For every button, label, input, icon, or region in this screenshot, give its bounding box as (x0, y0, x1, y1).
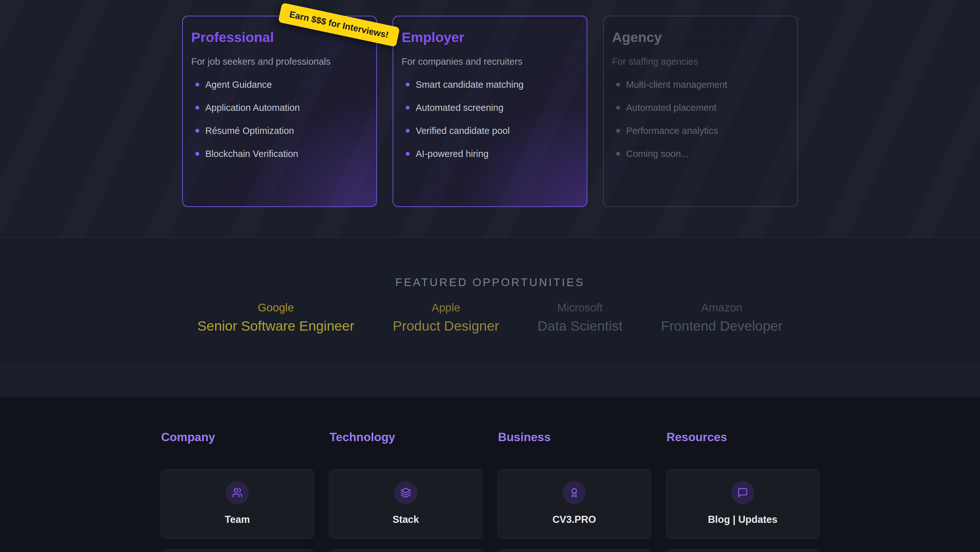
job-company: Amazon (661, 301, 783, 314)
job-role: Senior Software Engineer (197, 318, 354, 334)
plan-subtitle: For companies and recruiters (402, 56, 577, 67)
users-icon (226, 481, 249, 504)
award-icon (563, 481, 586, 504)
bullet-dot-icon (196, 129, 199, 132)
footer-card-label: Stack (393, 514, 419, 525)
footer-heading-technology: Technology (329, 431, 483, 444)
plan-feature: Multi-client management (616, 80, 788, 89)
plan-feature-label: AI-powered hiring (416, 148, 488, 159)
footer-heading-resources: Resources (667, 431, 819, 444)
featured-job-microsoft[interactable]: Microsoft Data Scientist (538, 301, 622, 334)
plan-card-employer[interactable]: Employer For companies and recruiters Sm… (393, 16, 587, 207)
plan-feature: Smart candidate matching (406, 80, 577, 89)
footer-card-stack[interactable]: Stack (329, 469, 483, 539)
job-company: Microsoft (538, 301, 622, 314)
footer-card-cv3pro[interactable]: CV3.PRO (497, 469, 651, 539)
plan-title: Employer (402, 29, 577, 45)
bullet-dot-icon (196, 83, 199, 86)
bullet-dot-icon (406, 152, 410, 156)
featured-job-apple[interactable]: Apple Product Designer (393, 301, 499, 334)
plan-card-professional[interactable]: Professional For job seekers and profess… (182, 16, 377, 207)
plan-feature: Agent Guidance (196, 80, 367, 89)
layers-icon (394, 481, 417, 504)
plan-feature: Application Automation (196, 103, 367, 112)
plan-feature: Automated placement (616, 103, 788, 112)
featured-opportunities-section: FEATURED OPPORTUNITIES Google Senior Sof… (0, 238, 980, 367)
bullet-dot-icon (406, 129, 410, 132)
plan-feature: Automated screening (406, 103, 577, 112)
message-square-icon (731, 481, 754, 504)
footer-grid: Company Technology Business Resources Te… (161, 431, 819, 552)
job-company: Apple (393, 301, 499, 314)
plan-feature-label: Performance analytics (626, 126, 718, 136)
plan-feature: Coming soon... (616, 149, 788, 159)
bullet-dot-icon (196, 106, 199, 110)
bullet-dot-icon (616, 152, 620, 156)
footer-card-label: Blog | Updates (708, 514, 777, 525)
footer-card-label: Team (225, 514, 250, 525)
plan-feature-list: Multi-client management Automated placem… (612, 80, 788, 159)
plan-feature: Résumé Optimization (196, 126, 367, 136)
plans-section: Earn $$$ for Interviews! Professional Fo… (0, 0, 980, 238)
plan-feature-list: Smart candidate matching Automated scree… (402, 80, 577, 159)
footer-card-partial[interactable] (161, 549, 314, 552)
plan-subtitle: For job seekers and professionals (191, 56, 367, 67)
plan-title: Agency (612, 29, 788, 45)
footer-heading-company: Company (161, 431, 314, 444)
bullet-dot-icon (406, 106, 410, 110)
plan-feature-label: Blockchain Verification (205, 148, 298, 159)
footer-card-partial[interactable] (329, 549, 483, 552)
footer: Company Technology Business Resources Te… (0, 397, 980, 552)
bullet-dot-icon (616, 106, 620, 110)
featured-job-amazon[interactable]: Amazon Frontend Developer (661, 301, 783, 334)
plan-feature: Performance analytics (616, 126, 788, 136)
plan-feature-label: Smart candidate matching (416, 80, 523, 90)
plan-feature-list: Agent Guidance Application Automation Ré… (191, 80, 367, 159)
spacer-band (0, 367, 980, 397)
plan-feature-label: Verified candidate pool (416, 126, 509, 136)
footer-card-partial[interactable] (666, 549, 819, 552)
plan-feature-label: Application Automation (205, 102, 300, 113)
bullet-dot-icon (616, 129, 620, 132)
plan-feature-label: Agent Guidance (205, 80, 272, 90)
featured-job-google[interactable]: Google Senior Software Engineer (197, 301, 354, 334)
footer-card-label: CV3.PRO (552, 514, 596, 525)
footer-heading-business: Business (498, 431, 651, 444)
footer-card-blog[interactable]: Blog | Updates (666, 469, 819, 539)
job-role: Product Designer (393, 318, 499, 334)
bullet-dot-icon (616, 83, 620, 86)
plan-feature-label: Coming soon... (626, 148, 689, 159)
plan-feature-label: Automated screening (416, 102, 503, 113)
bullet-dot-icon (406, 83, 410, 86)
plan-subtitle: For staffing agencies (612, 56, 788, 67)
plan-feature: Verified candidate pool (406, 126, 577, 136)
footer-card-partial[interactable] (497, 549, 651, 552)
job-role: Frontend Developer (661, 318, 783, 334)
job-company: Google (197, 301, 354, 314)
plan-feature-label: Résumé Optimization (205, 126, 294, 136)
footer-card-team[interactable]: Team (161, 469, 314, 539)
plan-feature-label: Multi-client management (626, 80, 727, 90)
plan-feature: AI-powered hiring (406, 149, 577, 159)
plans-row: Professional For job seekers and profess… (182, 16, 798, 207)
bullet-dot-icon (196, 152, 199, 156)
plan-feature: Blockchain Verification (196, 149, 367, 159)
plan-card-agency: Agency For staffing agencies Multi-clien… (603, 16, 798, 207)
plan-feature-label: Automated placement (626, 102, 716, 113)
featured-jobs-row: Google Senior Software Engineer Apple Pr… (0, 301, 980, 334)
job-role: Data Scientist (538, 318, 622, 334)
featured-heading: FEATURED OPPORTUNITIES (0, 238, 980, 289)
